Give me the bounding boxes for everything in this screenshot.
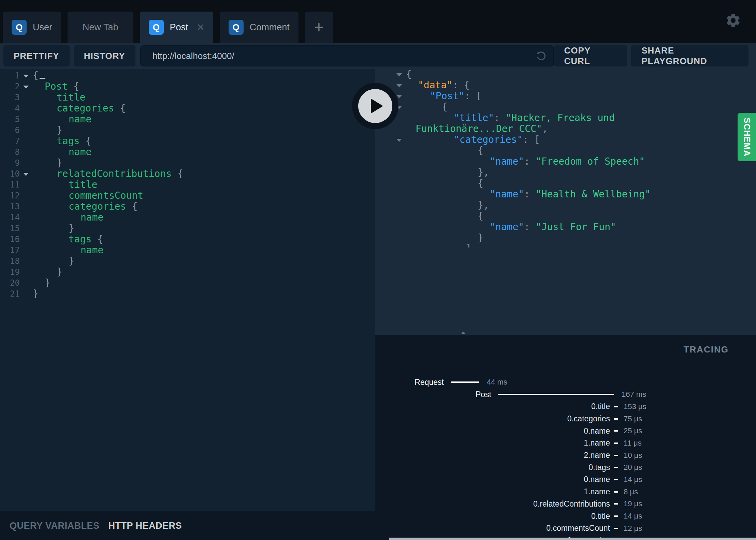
fold-triangle-icon [23, 173, 29, 176]
code-token: : [524, 156, 536, 167]
fold-spacer [20, 201, 33, 212]
close-icon[interactable]: × [197, 21, 204, 33]
line-number: 13 [0, 201, 20, 212]
fold-arrow[interactable] [20, 168, 33, 179]
editor-code-line: 7tags { [0, 136, 375, 147]
response-gutter [375, 189, 396, 200]
tracing-field-row: 0.tags20 μs [375, 461, 756, 474]
code-text: { [33, 70, 375, 81]
fold-spacer [20, 125, 33, 136]
tab-new-tab[interactable]: New Tab [68, 12, 133, 43]
response-json: {"data": {"Post": [{"title": "Hacker, Fr… [375, 69, 756, 247]
code-token: { [126, 201, 138, 212]
code-text: } [33, 158, 375, 168]
tracing-field-value: 153 μs [624, 402, 646, 411]
response-gutter [375, 156, 396, 167]
play-icon [358, 89, 392, 123]
tracing-field-label: 1.name [375, 438, 610, 448]
response-code-line: ] [375, 243, 756, 247]
tracing-field-value: 25 μs [624, 426, 642, 435]
code-token: Funktionäre...Der CCC" [416, 123, 542, 134]
tab-bar: Q User New Tab Q Post × Q Comment + [0, 0, 756, 43]
code-text: Post { [33, 81, 375, 92]
schema-side-tab[interactable]: SCHEMA [738, 113, 756, 161]
tab-http-headers[interactable]: HTTP HEADERS [108, 521, 182, 531]
code-text: Funktionäre...Der CCC", [406, 123, 756, 134]
tracing-field-row: 2.name10 μs [375, 449, 756, 462]
line-number: 3 [0, 92, 20, 103]
line-number: 11 [0, 179, 20, 190]
fold-spacer [396, 178, 406, 189]
line-number: 5 [0, 114, 20, 125]
code-text: tags { [33, 234, 375, 245]
code-token: : { [452, 79, 470, 91]
fold-arrow[interactable] [396, 80, 406, 91]
code-text: relatedContributions { [33, 168, 375, 179]
line-number: 17 [0, 245, 20, 256]
editor-code-line: 18} [0, 256, 375, 267]
tracing-field-label: 0.relatedContributions [375, 499, 610, 509]
code-text: } [33, 288, 375, 299]
copy-curl-button[interactable]: COPY CURL [554, 45, 627, 66]
tracing-field-row: 0.categories75 μs [375, 413, 756, 425]
response-gutter [375, 69, 396, 80]
code-token: } [57, 124, 62, 136]
fold-spacer [20, 223, 33, 234]
editor-code-line: 2Post { [0, 81, 375, 92]
code-text: name [33, 147, 375, 158]
fold-spacer [396, 123, 406, 134]
prettify-button[interactable]: PRETTIFY [3, 45, 70, 66]
editor-code-line: 16tags { [0, 234, 375, 245]
code-token: "Freedom of Speech" [536, 156, 645, 167]
fold-spacer [396, 232, 406, 243]
graphql-playground-window: Q User New Tab Q Post × Q Comment + [0, 0, 756, 540]
code-token: "name" [490, 156, 524, 167]
code-token: { [478, 178, 483, 189]
plus-icon: + [314, 19, 324, 35]
tracing-field-bar [614, 503, 618, 505]
query-editor[interactable]: 1{2Post {3title4categories {5name6}7tags… [0, 69, 375, 511]
code-token: { [114, 103, 126, 114]
query-badge-icon: Q [229, 20, 244, 35]
fold-arrow[interactable] [396, 91, 406, 102]
fold-arrow[interactable] [20, 70, 33, 81]
tracing-scrollbar[interactable] [389, 538, 756, 540]
bottom-tab-bar: QUERY VARIABLES HTTP HEADERS [0, 511, 375, 540]
toolbar: PRETTIFY HISTORY COPY CURL SHARE PLAYGRO… [0, 43, 756, 69]
code-token: } [69, 223, 74, 234]
code-token: commentsCount [69, 190, 143, 201]
tab-comment[interactable]: Q Comment [220, 12, 299, 43]
code-token: "categories" [454, 134, 523, 145]
fold-triangle-icon [23, 75, 29, 78]
tab-user[interactable]: Q User [3, 12, 61, 43]
code-token: { [442, 101, 448, 112]
settings-gear-icon[interactable] [725, 12, 741, 29]
execute-query-button[interactable] [352, 83, 398, 129]
code-token: : [524, 221, 536, 232]
tab-post[interactable]: Q Post × [140, 12, 213, 43]
editor-code-line: 4categories { [0, 103, 375, 114]
reload-icon[interactable] [534, 49, 548, 63]
code-text: "name": "Just For Fun" [406, 222, 756, 232]
tracing-field-value: 11 μs [624, 439, 642, 448]
response-scrollbar[interactable] [462, 332, 465, 334]
fold-spacer [396, 211, 406, 222]
history-button[interactable]: HISTORY [74, 45, 135, 66]
code-text: "Post": [ [406, 91, 756, 102]
line-number: 16 [0, 234, 20, 245]
share-playground-button[interactable]: SHARE PLAYGROUND [631, 45, 748, 66]
fold-spacer [20, 190, 33, 201]
fold-arrow[interactable] [396, 69, 406, 80]
fold-spacer [396, 189, 406, 200]
fold-arrow[interactable] [20, 81, 33, 92]
code-token: } [69, 255, 74, 267]
add-tab-button[interactable]: + [305, 12, 333, 43]
tracing-field-bar [614, 455, 618, 456]
endpoint-url-input[interactable] [140, 45, 554, 66]
fold-arrow[interactable] [396, 134, 406, 145]
tab-query-variables[interactable]: QUERY VARIABLES [10, 521, 100, 531]
code-text: }, [406, 167, 756, 178]
code-token: title [69, 179, 97, 190]
tracing-field-bar [614, 491, 618, 493]
response-gutter [375, 167, 396, 178]
